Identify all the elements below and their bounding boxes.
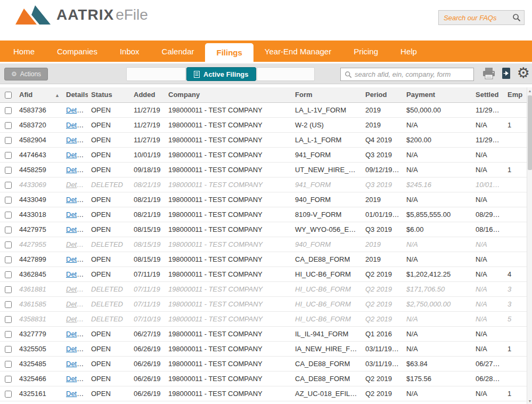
cell-settled: N/A <box>472 162 504 177</box>
row-checkbox[interactable] <box>5 331 12 338</box>
details-link[interactable]: Details <box>66 136 87 144</box>
cell-payment: N/A <box>403 341 472 356</box>
vertical-scrollbar[interactable]: ▲ ▼ <box>527 87 532 404</box>
row-checkbox[interactable] <box>5 376 12 383</box>
cell-form: 8109-V_FORM <box>292 207 362 222</box>
cell-details: Details <box>63 192 88 207</box>
cell-payment: N/A <box>403 117 472 132</box>
row-checkbox[interactable] <box>5 182 12 189</box>
row-checkbox[interactable] <box>5 286 12 293</box>
cell-afid: 4358831 <box>16 311 63 326</box>
details-link[interactable]: Details <box>66 151 87 159</box>
cell-form: 940_FORM <box>292 237 362 252</box>
settings-gear-icon[interactable]: ⚙ <box>517 66 530 80</box>
row-checkbox[interactable] <box>5 391 12 398</box>
cell-status: DELETED <box>88 281 130 296</box>
details-link[interactable]: Details <box>66 375 87 383</box>
cell-details: Details <box>63 252 88 266</box>
header-form[interactable]: Form <box>292 87 362 102</box>
row-checkbox-cell <box>0 237 16 252</box>
export-icon[interactable] <box>501 67 512 80</box>
row-checkbox[interactable] <box>5 167 12 174</box>
details-link[interactable]: Details <box>66 315 87 323</box>
details-link[interactable]: Details <box>66 211 87 219</box>
row-checkbox[interactable] <box>5 241 12 248</box>
cell-period: Q3 2019 <box>362 177 403 192</box>
cell-form: LA_L-1_FORM <box>292 132 362 147</box>
scrollbar-thumb[interactable] <box>528 95 532 170</box>
cell-payment: $200.00 <box>403 132 472 147</box>
nav-year-end-manager[interactable]: Year-End Manager <box>253 41 342 62</box>
row-checkbox[interactable] <box>5 212 12 219</box>
header-settled[interactable]: Settled <box>472 87 504 102</box>
cell-added: 07/11/19 <box>130 296 165 311</box>
header-emp[interactable]: Emp <box>504 87 527 102</box>
row-checkbox[interactable] <box>5 107 12 114</box>
details-link[interactable]: Details <box>66 225 87 233</box>
filings-search-input[interactable] <box>355 70 470 78</box>
header-company[interactable]: Company <box>165 87 292 102</box>
nav-inbox[interactable]: Inbox <box>109 41 151 62</box>
row-checkbox[interactable] <box>5 137 12 144</box>
details-link[interactable]: Details <box>66 285 87 293</box>
row-checkbox[interactable] <box>5 227 12 233</box>
cell-form: LA_L-1V_FORM <box>292 102 362 117</box>
details-link[interactable]: Details <box>66 345 87 353</box>
scroll-up-icon[interactable]: ▲ <box>527 87 532 94</box>
row-checkbox[interactable] <box>5 197 12 204</box>
header-added[interactable]: Added <box>130 87 165 102</box>
nav-calendar[interactable]: Calendar <box>151 41 206 62</box>
row-checkbox[interactable] <box>5 361 12 368</box>
search-icon[interactable] <box>512 13 521 22</box>
cell-company: 198000011 - TEST COMPANY <box>165 192 292 207</box>
row-checkbox-cell <box>0 102 16 117</box>
details-link[interactable]: Details <box>66 196 87 204</box>
cell-form: CA_DE88_FORM <box>292 371 362 386</box>
row-checkbox[interactable] <box>5 346 12 353</box>
row-checkbox[interactable] <box>5 301 12 308</box>
details-link[interactable]: Details <box>66 300 87 308</box>
scroll-down-icon[interactable]: ▼ <box>527 398 532 404</box>
header-details[interactable]: Details <box>63 87 88 102</box>
select-all-checkbox[interactable] <box>5 92 12 99</box>
faq-search-input[interactable] <box>444 14 512 22</box>
details-link[interactable]: Details <box>66 330 87 338</box>
cell-settled: N/A <box>472 386 504 401</box>
details-link[interactable]: Details <box>66 240 87 248</box>
header-payment[interactable]: Payment <box>403 87 472 102</box>
header-status[interactable]: Status <box>88 87 130 102</box>
brand-wordmark: AATRIXeFile <box>56 4 148 26</box>
actions-button[interactable]: ⚙ Actions <box>4 68 48 80</box>
details-link[interactable]: Details <box>66 255 87 263</box>
details-link[interactable]: Details <box>66 166 87 174</box>
row-checkbox[interactable] <box>5 122 12 129</box>
row-checkbox[interactable] <box>5 316 12 323</box>
nav-home[interactable]: Home <box>2 41 46 62</box>
row-checkbox[interactable] <box>5 271 12 278</box>
cell-afid: 4325505 <box>16 341 63 356</box>
header-period[interactable]: Period <box>362 87 403 102</box>
details-link[interactable]: Details <box>66 360 87 368</box>
cell-period: Q2 2019 <box>362 281 403 296</box>
cell-settled: N/A <box>472 281 504 296</box>
nav-filings[interactable]: Filings <box>205 43 253 62</box>
details-link[interactable]: Details <box>66 181 87 189</box>
cell-period: 09/12/19-0... <box>362 162 403 177</box>
details-link[interactable]: Details <box>66 121 87 129</box>
details-link[interactable]: Details <box>66 106 87 114</box>
cell-payment: N/A <box>403 252 472 266</box>
details-link[interactable]: Details <box>66 390 87 398</box>
nav-companies[interactable]: Companies <box>46 41 109 62</box>
cell-emp: 4 <box>504 266 527 281</box>
row-checkbox[interactable] <box>5 256 12 263</box>
header-afid[interactable]: Afid▲ <box>16 87 63 102</box>
aatrix-logo[interactable]: AATRIXeFile <box>15 4 148 26</box>
cell-status: DELETED <box>88 296 130 311</box>
row-checkbox[interactable] <box>5 152 12 159</box>
cell-emp: 1 <box>504 162 527 177</box>
nav-help[interactable]: Help <box>389 41 428 62</box>
active-filings-button[interactable]: Active Filings <box>186 67 256 81</box>
details-link[interactable]: Details <box>66 270 87 278</box>
nav-pricing[interactable]: Pricing <box>342 41 389 62</box>
print-icon[interactable] <box>482 67 496 80</box>
